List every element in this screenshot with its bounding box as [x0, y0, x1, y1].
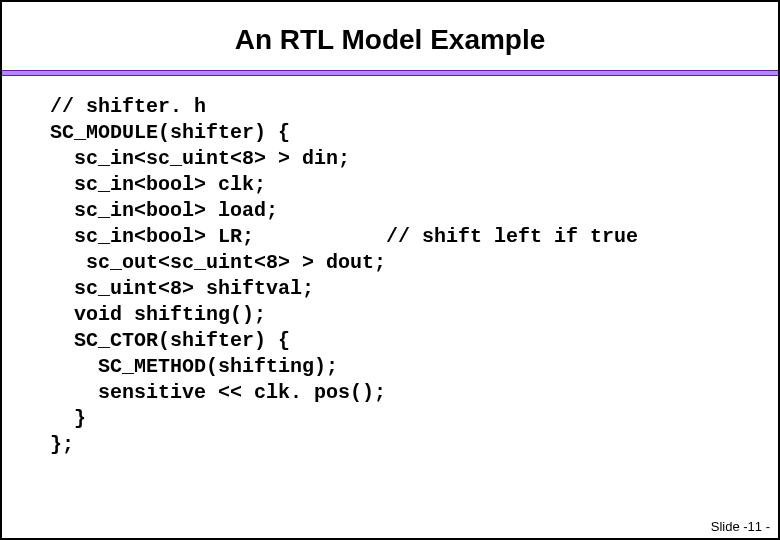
code-line: void shifting(); [50, 303, 266, 326]
code-line: SC_MODULE(shifter) { [50, 121, 290, 144]
code-line: sc_in<bool> clk; [50, 173, 266, 196]
code-line: }; [50, 433, 74, 456]
code-line: sensitive << clk. pos(); [50, 381, 386, 404]
code-line: } [50, 407, 86, 430]
code-line: SC_CTOR(shifter) { [50, 329, 290, 352]
code-line: sc_in<bool> LR; // shift left if true [50, 225, 638, 248]
code-line: SC_METHOD(shifting); [50, 355, 338, 378]
code-block: // shifter. h SC_MODULE(shifter) { sc_in… [50, 94, 778, 458]
code-line: sc_in<sc_uint<8> > din; [50, 147, 350, 170]
code-line: // shifter. h [50, 95, 206, 118]
title-divider [2, 70, 778, 76]
slide-title: An RTL Model Example [2, 24, 778, 56]
code-line: sc_in<bool> load; [50, 199, 278, 222]
slide-frame: An RTL Model Example // shifter. h SC_MO… [0, 0, 780, 540]
slide-number: Slide -11 - [711, 519, 770, 534]
code-line: sc_out<sc_uint<8> > dout; [50, 251, 386, 274]
code-line: sc_uint<8> shiftval; [50, 277, 314, 300]
